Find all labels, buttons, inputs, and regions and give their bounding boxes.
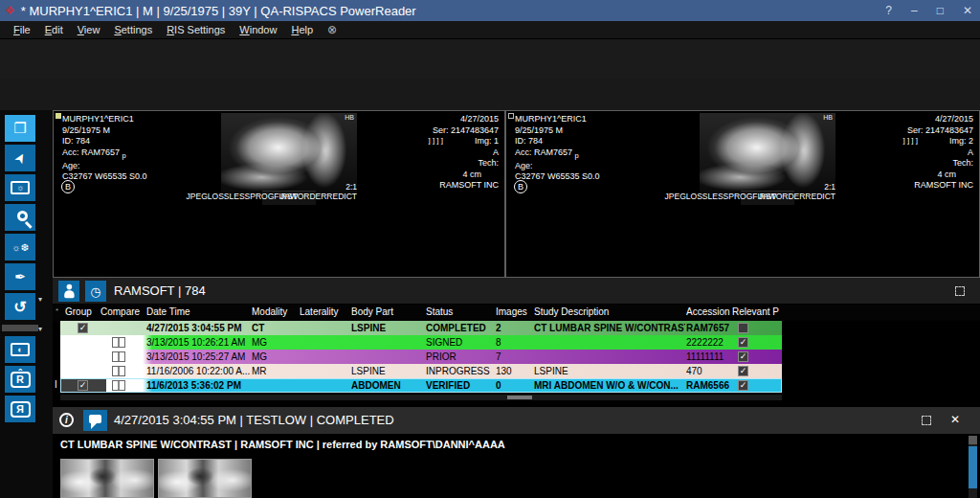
scrollbar-thumb[interactable] (969, 446, 977, 488)
table-row[interactable]: 3/13/2015 10:25:27 AMMGPRIOR711111111✓ (60, 350, 782, 364)
cell-images: 0 (496, 378, 530, 393)
cell-modality: MG (252, 350, 298, 364)
patient-overlay: MURPHY1^ERIC19/25/1975 MID: 784Acc: RAM7… (62, 114, 147, 183)
viewport-marker (508, 113, 514, 119)
scrollbar-thumb[interactable] (507, 396, 532, 399)
stopwatch-icon: ◷ (90, 284, 100, 299)
menu-item-settings[interactable]: Settings (114, 24, 152, 35)
window-level-dropdown[interactable]: ▾ (38, 295, 42, 304)
compare-checkbox[interactable] (112, 380, 125, 391)
column-header-compare[interactable]: Compare (100, 306, 140, 317)
image-orientation-marker: HB (345, 114, 354, 121)
stack-scroll-button[interactable]: ❐ (5, 115, 35, 142)
zoom-tool-button[interactable] (5, 204, 35, 231)
relevant-checkbox[interactable]: ✓ (738, 380, 748, 391)
report-vertical-scrollbar[interactable] (969, 436, 977, 498)
menu-item-view[interactable]: View (78, 24, 100, 35)
table-row[interactable]: ✓11/6/2013 5:36:02 PMABDOMENVERIFIED0MRI… (60, 378, 782, 393)
cell-date-time: 11/16/2006 10:22:00 A... (146, 364, 252, 378)
invert-button[interactable]: ◐ (5, 336, 35, 363)
cell-body-part: ABDOMEN (351, 378, 424, 393)
cell-status: VERIFIED (426, 378, 495, 393)
relevant-checkbox[interactable] (738, 323, 748, 333)
study-thumbnail[interactable] (60, 459, 154, 498)
relevant-checkbox[interactable]: ✓ (738, 337, 748, 348)
notes-button[interactable] (83, 410, 107, 431)
column-header-body-part[interactable]: Body Part (351, 306, 393, 317)
menu-items: FileEditViewSettingsRIS SettingsWindowHe… (13, 24, 313, 35)
column-header-status[interactable]: Status (426, 306, 453, 317)
wl-presets-button[interactable]: ☼❆ (5, 234, 35, 260)
help-button[interactable]: ? (885, 4, 892, 17)
image-viewport-2[interactable]: HB MURPHY1^ERIC19/25/1975 MID: 784Acc: R… (505, 110, 980, 278)
menu-item-window[interactable]: Window (239, 24, 277, 35)
close-panel-icon[interactable]: ✕ (950, 413, 960, 426)
group-marker-icon: * (56, 306, 58, 315)
laterality-marker: B (514, 180, 527, 193)
cell-status: PRIOR (426, 350, 495, 364)
table-row[interactable]: 11/16/2006 10:22:00 A...MRLSPINEINPROGRE… (60, 364, 782, 378)
dropper-icon: ✒ (14, 269, 26, 284)
table-horizontal-scrollbar[interactable] (60, 395, 782, 400)
study-list-title: RAMSOFT | 784 (114, 283, 206, 298)
column-header-study-description[interactable]: Study Description (534, 306, 609, 317)
report-header: i 4/27/2015 3:04:55 PM | TESTLOW | COMPL… (53, 407, 980, 434)
cell-modality: MG (252, 335, 298, 350)
group-checkbox[interactable]: ✓ (78, 380, 88, 391)
column-header-images[interactable]: Images (496, 306, 527, 317)
close-patient-icon[interactable]: ⊗ (327, 23, 337, 36)
maximize-button[interactable]: □ (937, 4, 944, 17)
popout-icon[interactable] (955, 286, 965, 296)
column-header-date-time[interactable]: Date Time (146, 306, 190, 317)
laterality-marker: B (61, 180, 75, 193)
column-header-relevant-p[interactable]: Relevant P (732, 306, 779, 317)
group-checkbox[interactable]: ✓ (78, 323, 88, 333)
column-header-group[interactable]: Group (65, 306, 92, 317)
table-row[interactable]: ✓4/27/2015 3:04:55 PMCTLSPINECOMPLETED2C… (60, 321, 782, 335)
rotate-reset-icon: ↺ (13, 298, 26, 316)
column-header-modality[interactable]: Modality (252, 306, 287, 317)
pointer-tool-button[interactable]: ➤ (5, 145, 35, 171)
window-level-button[interactable]: ☼ (5, 174, 35, 201)
title-bar: ❖ * MURPHY1^ERIC1 | M | 9/25/1975 | 39Y … (0, 0, 980, 21)
scale-ruler: ] ] ] ] (902, 137, 918, 145)
cell-images: 130 (496, 364, 530, 378)
relevant-checkbox[interactable]: ✓ (738, 351, 748, 362)
cell-status: SIGNED (426, 335, 495, 350)
zoom-dropdown[interactable]: ▾ (38, 325, 42, 333)
timeline-button[interactable]: ◷ (85, 281, 106, 302)
cell-description: MRI ABDOMEN W/O & W/CON... (534, 378, 685, 393)
table-row[interactable]: 3/13/2015 10:26:21 AMMGSIGNED82222222✓ (60, 335, 782, 350)
sun-snow-icon: ☼❆ (11, 242, 29, 253)
cell-date-time: 3/13/2015 10:26:21 AM (146, 335, 252, 350)
viewport-active-marker (56, 113, 61, 119)
study-list-header: ◷ RAMSOFT | 784 (53, 278, 980, 305)
popout-icon[interactable] (922, 416, 931, 425)
menu-item-edit[interactable]: Edit (45, 24, 63, 35)
mirror-button[interactable]: Я (5, 396, 35, 422)
bodypart-overlay: JAW (221, 192, 357, 201)
menu-item-help[interactable]: Help (291, 24, 313, 35)
info-icon[interactable]: i (59, 413, 74, 427)
scroll-up-arrow[interactable] (969, 436, 977, 444)
mirrored-r-icon: Я (11, 401, 31, 418)
reset-image-button[interactable]: ↺ (5, 293, 35, 320)
patient-studies-button[interactable] (58, 281, 79, 302)
column-header-accession[interactable]: Accession (686, 306, 730, 317)
image-viewport-1[interactable]: HB MURPHY1^ERIC19/25/1975 MID: 784Acc: R… (53, 110, 505, 278)
cell-description: CT LUMBAR SPINE W/CONTRAST (534, 321, 685, 335)
minimize-button[interactable]: – (911, 4, 918, 17)
relevant-checkbox[interactable]: ✓ (738, 366, 748, 376)
compare-checkbox[interactable] (112, 351, 125, 362)
scale-ruler: ] ] ] ] (428, 137, 443, 145)
menu-item-ris-settings[interactable]: RIS Settings (167, 24, 225, 35)
close-button[interactable]: ✕ (963, 4, 972, 17)
probe-tool-button[interactable]: ✒ (5, 263, 35, 290)
cell-description: LSPINE (534, 364, 685, 378)
compare-checkbox[interactable] (112, 366, 125, 376)
menu-item-file[interactable]: File (13, 24, 31, 35)
rotate-flip-button[interactable]: ˆR (5, 366, 35, 393)
study-thumbnail[interactable] (158, 459, 252, 498)
column-header-laterality[interactable]: Laterality (300, 306, 339, 317)
compare-checkbox[interactable] (112, 337, 125, 348)
